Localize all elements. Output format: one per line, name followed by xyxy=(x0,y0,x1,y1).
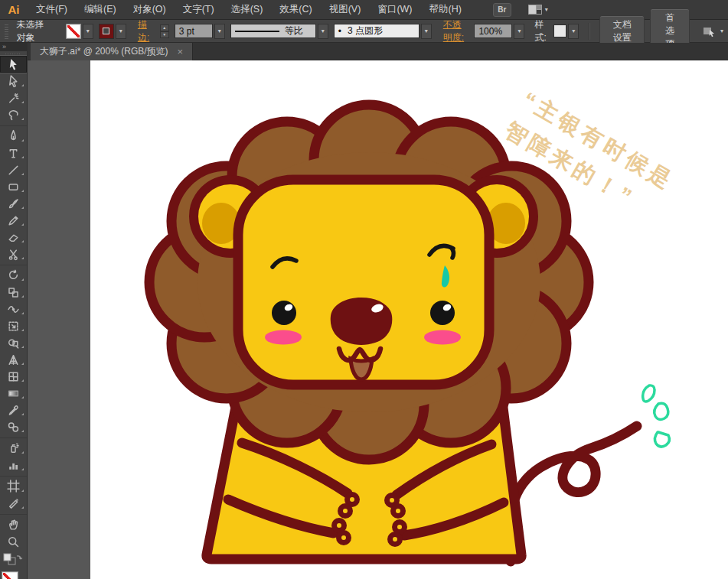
fill-none-swatch[interactable] xyxy=(66,24,81,39)
stepper-up-icon[interactable]: ▲ xyxy=(160,24,169,31)
menu-item-file[interactable]: 文件(F) xyxy=(28,0,76,19)
lion-nose xyxy=(331,298,393,345)
artboard-tool[interactable] xyxy=(0,476,27,495)
bridge-button[interactable]: Br xyxy=(493,3,511,17)
selection-tool[interactable] xyxy=(0,56,27,73)
chevron-down-icon: ▾ xyxy=(720,28,723,34)
fill-none-swatch[interactable] xyxy=(2,571,18,579)
document-tab-bar: 大狮子.ai* @ 200% (RGB/预览) × xyxy=(28,43,728,60)
selection-status: 未选择对象 xyxy=(17,18,47,44)
tools-panel: » xyxy=(0,43,28,579)
mesh-tool[interactable] xyxy=(0,368,27,385)
panel-grip[interactable] xyxy=(5,24,8,39)
brush-definition-select[interactable]: • 3 点圆形 xyxy=(334,24,419,38)
eyedropper-tool[interactable] xyxy=(0,402,27,418)
illustrator-window: Ai 文件(F) 编辑(E) 对象(O) 文字(T) 选择(S) 效果(C) 视… xyxy=(0,0,728,579)
symbol-sprayer-tool[interactable] xyxy=(0,438,27,457)
column-graph-tool[interactable] xyxy=(0,457,27,473)
free-transform-tool[interactable] xyxy=(0,317,27,334)
rectangle-tool[interactable] xyxy=(0,178,27,195)
fill-stroke-swatches[interactable] xyxy=(0,570,27,579)
artboard[interactable]: “主银有时候是 智障来的！” xyxy=(90,60,728,579)
zoom-tool[interactable] xyxy=(0,533,27,550)
document-title: 大狮子.ai* @ 200% (RGB/预览) xyxy=(40,45,168,58)
menu-item-select[interactable]: 选择(S) xyxy=(223,0,272,19)
style-label: 样式: xyxy=(534,18,548,44)
width-tool[interactable] xyxy=(0,301,27,317)
stepper-down-icon[interactable]: ▼ xyxy=(160,31,169,38)
stroke-color-control[interactable]: ▾ xyxy=(99,24,126,39)
illustrator-logo: Ai xyxy=(0,3,28,16)
stroke-width-input[interactable]: 3 pt xyxy=(175,24,213,38)
stroke-color-swatch[interactable] xyxy=(99,24,114,39)
document-tab[interactable]: 大狮子.ai* @ 200% (RGB/预览) × xyxy=(31,43,193,60)
fill-dropdown-button[interactable]: ▾ xyxy=(83,24,93,39)
stroke-profile-preview xyxy=(235,31,279,32)
scissors-tool[interactable] xyxy=(0,246,27,262)
chevron-down-icon: ▾ xyxy=(218,28,221,34)
stroke-panel-link[interactable]: 描边: xyxy=(138,18,152,44)
panel-options-control[interactable]: ▾ xyxy=(703,25,723,37)
menu-item-window[interactable]: 窗口(W) xyxy=(369,0,420,19)
rotate-tool[interactable] xyxy=(0,265,27,284)
opacity-panel-link[interactable]: 不透明度: xyxy=(443,18,469,44)
paintbrush-tool[interactable] xyxy=(0,195,27,212)
magic-wand-tool[interactable] xyxy=(0,89,27,106)
control-bar: 未选择对象 ▾ ▾ 描边: ▲ ▼ 3 pt ▾ 等比 ▾ • xyxy=(0,20,728,43)
opacity-dropdown[interactable]: ▾ xyxy=(514,24,524,39)
brush-preview-dot-icon: • xyxy=(338,26,341,37)
tools-panel-grip[interactable] xyxy=(5,54,21,54)
menu-item-help[interactable]: 帮助(H) xyxy=(421,0,470,19)
width-profile-label: 等比 xyxy=(285,24,303,37)
gradient-tool[interactable] xyxy=(0,385,27,402)
eraser-tool[interactable] xyxy=(0,229,27,246)
chevron-down-icon: ▾ xyxy=(119,28,122,34)
shape-builder-tool[interactable] xyxy=(0,334,27,351)
hand-tool[interactable] xyxy=(0,514,27,533)
divider xyxy=(589,23,589,40)
chevron-down-icon: ▾ xyxy=(572,28,575,34)
perspective-grid-tool[interactable] xyxy=(0,351,27,368)
pen-tool[interactable] xyxy=(0,125,27,145)
width-profile-dropdown[interactable]: ▾ xyxy=(318,24,328,39)
stroke-dropdown-button[interactable]: ▾ xyxy=(116,24,126,39)
lion-face xyxy=(238,180,489,385)
lion-tail xyxy=(509,426,637,561)
brush-definition-label: 3 点圆形 xyxy=(348,24,383,37)
close-icon[interactable]: × xyxy=(178,47,184,57)
width-profile-select[interactable]: 等比 xyxy=(230,24,316,38)
stroke-width-dropdown[interactable]: ▾ xyxy=(214,24,225,39)
type-tool[interactable] xyxy=(0,145,27,161)
pencil-tool[interactable] xyxy=(0,212,27,229)
opacity-input[interactable]: 100% xyxy=(474,24,512,38)
fill-stroke-mini-control[interactable] xyxy=(2,553,25,568)
direct-selection-tool[interactable] xyxy=(0,73,27,89)
chevron-down-icon: ▾ xyxy=(425,28,428,34)
lasso-tool[interactable] xyxy=(0,106,27,123)
workspace-layout-icon xyxy=(528,5,542,15)
menu-item-view[interactable]: 视图(V) xyxy=(321,0,370,19)
line-segment-tool[interactable] xyxy=(0,161,27,178)
menu-item-edit[interactable]: 编辑(E) xyxy=(76,0,125,19)
workspace-switcher[interactable]: ▾ xyxy=(528,5,548,15)
style-dropdown[interactable]: ▾ xyxy=(568,24,579,39)
slice-tool[interactable] xyxy=(0,495,27,512)
chevron-down-icon: ▾ xyxy=(517,28,521,34)
menu-item-type[interactable]: 文字(T) xyxy=(175,0,223,19)
chevron-down-icon: ▾ xyxy=(545,6,548,13)
brush-dropdown[interactable]: ▾ xyxy=(421,24,432,39)
menu-item-effect[interactable]: 效果(C) xyxy=(271,0,320,19)
lion-artwork xyxy=(90,60,728,579)
blend-tool[interactable] xyxy=(0,418,27,435)
chevron-down-icon: ▾ xyxy=(87,28,90,34)
panel-options-icon xyxy=(703,25,717,37)
stroke-width-stepper[interactable]: ▲ ▼ xyxy=(160,24,169,38)
scale-tool[interactable] xyxy=(0,284,27,301)
scribble-marks xyxy=(643,385,670,447)
collapse-tools-button[interactable]: » xyxy=(0,43,27,51)
menu-item-object[interactable]: 对象(O) xyxy=(125,0,175,19)
fill-color-control[interactable]: ▾ xyxy=(66,24,93,39)
graphic-style-swatch[interactable] xyxy=(553,24,566,37)
canvas-pasteboard[interactable]: “主银有时候是 智障来的！” xyxy=(28,60,728,579)
chevron-down-icon: ▾ xyxy=(322,28,325,34)
